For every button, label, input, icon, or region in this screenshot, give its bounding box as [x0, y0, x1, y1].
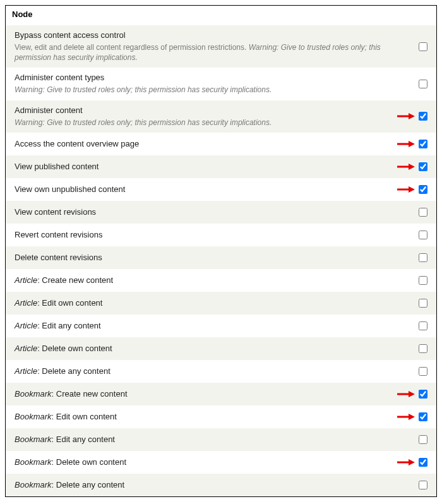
permission-label-block: Bookmark: Delete any content	[15, 480, 388, 489]
permission-label-block: Article: Delete own content	[15, 344, 388, 353]
permission-title-rest: : Edit any content	[37, 321, 100, 330]
permission-checkbox[interactable]	[419, 185, 427, 194]
permission-checkbox[interactable]	[419, 80, 427, 88]
permission-checkbox[interactable]	[419, 367, 427, 376]
permission-title: Bookmark: Edit any content	[15, 435, 388, 444]
permissions-list: Bypass content access controlView, edit …	[6, 25, 436, 496]
callout-arrow-icon	[397, 163, 415, 171]
content-type-prefix: Bookmark	[15, 480, 52, 489]
permission-checkbox[interactable]	[419, 481, 427, 489]
permission-description: Warning: Give to trusted roles only; thi…	[15, 117, 388, 128]
permission-title: Article: Delete own content	[15, 344, 388, 353]
svg-marker-7	[409, 186, 415, 193]
permission-checkbox[interactable]	[419, 231, 427, 239]
content-type-prefix: Bookmark	[15, 457, 52, 467]
checkbox-column	[388, 162, 427, 171]
permission-description: View, edit and delete all content regard…	[15, 42, 388, 63]
permission-title-rest: : Edit own content	[52, 412, 117, 421]
callout-arrow-icon	[397, 413, 415, 421]
permission-row: Revert content revisions	[6, 224, 436, 246]
permission-checkbox[interactable]	[419, 435, 427, 444]
permission-checkbox[interactable]	[419, 208, 427, 217]
permission-row: View own unpublished content	[6, 178, 436, 201]
checkbox-column	[388, 367, 427, 376]
permission-checkbox[interactable]	[419, 299, 427, 308]
permission-desc-text: View, edit and delete all content regard…	[15, 43, 249, 52]
permission-title: Administer content	[15, 105, 388, 115]
permission-title-rest: : Delete any content	[52, 480, 125, 489]
checkbox-column	[388, 276, 427, 285]
permission-label-block: Bypass content access controlView, edit …	[15, 30, 388, 63]
checkbox-column	[388, 140, 427, 148]
permission-row: Article: Create new content	[6, 269, 436, 292]
permission-title: Article: Edit own content	[15, 298, 388, 308]
permission-title: View published content	[15, 162, 388, 171]
permission-label-block: Bookmark: Edit own content	[15, 412, 388, 421]
checkbox-column	[388, 185, 427, 194]
permission-row: View published content	[6, 155, 436, 178]
permission-row: Bookmark: Edit own content	[6, 405, 436, 428]
callout-arrow-icon	[397, 112, 415, 120]
checkbox-column	[388, 435, 427, 444]
checkbox-column	[388, 458, 427, 467]
checkbox-column	[388, 208, 427, 217]
permission-row: Bookmark: Delete own content	[6, 451, 436, 474]
permission-label-block: View published content	[15, 162, 388, 171]
checkbox-column	[388, 390, 427, 399]
checkbox-column	[388, 231, 427, 239]
permission-checkbox[interactable]	[419, 112, 427, 121]
svg-marker-13	[409, 459, 415, 465]
permission-label-block: Article: Edit own content	[15, 298, 388, 308]
permission-label-block: Bookmark: Edit any content	[15, 435, 388, 444]
permission-row: Article: Edit any content	[6, 315, 436, 337]
permission-checkbox[interactable]	[419, 253, 427, 262]
permission-title-rest: : Edit own content	[37, 298, 102, 308]
content-type-prefix: Article	[15, 366, 37, 376]
content-type-prefix: Article	[15, 321, 37, 330]
permission-checkbox[interactable]	[419, 140, 427, 148]
permission-checkbox[interactable]	[419, 162, 427, 171]
permission-label-block: Article: Delete any content	[15, 366, 388, 376]
permission-title-rest: : Delete own content	[52, 457, 127, 467]
checkbox-column	[388, 112, 427, 121]
permission-label-block: Administer contentWarning: Give to trust…	[15, 105, 388, 128]
permission-row: Administer contentWarning: Give to trust…	[6, 100, 436, 133]
permission-checkbox[interactable]	[419, 42, 427, 51]
permission-label-block: Administer content typesWarning: Give to…	[15, 73, 388, 95]
permission-row: View content revisions	[6, 201, 436, 224]
permission-title: View content revisions	[15, 207, 388, 217]
permission-label-block: Bookmark: Delete own content	[15, 457, 388, 467]
callout-arrow-icon	[397, 140, 415, 148]
permissions-panel: Node Bypass content access controlView, …	[5, 5, 437, 497]
permission-title: Article: Edit any content	[15, 321, 388, 330]
permission-title-rest: : Create new content	[37, 275, 113, 285]
checkbox-column	[388, 253, 427, 262]
permission-row: Bookmark: Edit any content	[6, 428, 436, 451]
checkbox-column	[388, 80, 427, 88]
callout-arrow-icon	[397, 459, 415, 466]
callout-arrow-icon	[397, 186, 415, 193]
permission-label-block: Article: Edit any content	[15, 321, 388, 330]
svg-marker-1	[409, 113, 415, 119]
permission-row: Bypass content access controlView, edit …	[6, 25, 436, 68]
checkbox-column	[388, 42, 427, 51]
permission-checkbox[interactable]	[419, 321, 427, 330]
checkbox-column	[388, 412, 427, 421]
content-type-prefix: Article	[15, 298, 37, 308]
permission-warning: Warning: Give to trusted roles only; thi…	[15, 118, 272, 127]
permission-checkbox[interactable]	[419, 344, 427, 353]
permission-checkbox[interactable]	[419, 390, 427, 399]
permission-label-block: Article: Create new content	[15, 275, 388, 285]
permission-row: Access the content overview page	[6, 133, 436, 155]
permission-title: Bookmark: Edit own content	[15, 412, 388, 421]
permission-description: Warning: Give to trusted roles only; thi…	[15, 85, 388, 95]
svg-marker-5	[409, 164, 415, 170]
permission-title-rest: : Delete any content	[37, 366, 110, 376]
content-type-prefix: Bookmark	[15, 412, 52, 421]
permission-checkbox[interactable]	[419, 458, 427, 467]
permission-label-block: Access the content overview page	[15, 139, 388, 148]
permission-label-block: View own unpublished content	[15, 184, 388, 194]
permission-checkbox[interactable]	[419, 276, 427, 285]
permission-checkbox[interactable]	[419, 412, 427, 421]
permission-row: Delete content revisions	[6, 246, 436, 269]
